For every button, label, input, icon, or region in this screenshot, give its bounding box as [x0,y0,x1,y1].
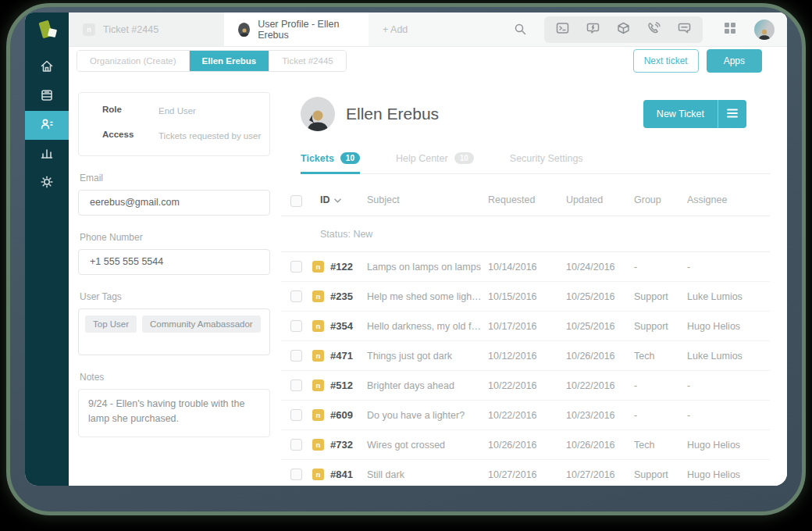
row-checkbox[interactable] [290,320,302,332]
column-id[interactable]: ID [312,194,367,205]
ticket-subject[interactable]: Help me shed some light... [367,291,488,302]
ticket-id[interactable]: #354 [330,320,353,332]
ticket-id[interactable]: #609 [330,409,353,421]
new-ticket-split-button: New Ticket [643,100,746,128]
tab-tickets[interactable]: Tickets 10 [301,152,360,173]
table-row[interactable]: n #732 Wires got crossed 10/26/2016 10/2… [281,430,770,460]
row-checkbox[interactable] [290,261,302,273]
apps-button[interactable]: Apps [707,49,762,73]
tab-help-center[interactable]: Help Center 10 [396,152,474,173]
ticket-id[interactable]: #235 [330,290,353,302]
table-header: ID Subject Requested Updated Group Assig… [281,174,770,216]
ticket-requested: 10/17/2016 [488,321,566,332]
breadcrumb-ticket-2445[interactable]: Ticket #2445 [269,51,345,71]
row-checkbox[interactable] [290,439,302,451]
ticket-subject[interactable]: Wires got crossed [367,440,488,451]
ticket-subject[interactable]: Do you have a lighter? [367,410,488,421]
package-icon[interactable] [617,22,630,37]
profile-tabs: Tickets 10 Help Center 10 Security Setti… [301,152,770,174]
chat-icon[interactable] [678,22,691,37]
add-tab-button[interactable]: + Add [383,24,408,35]
tag-chip[interactable]: Community Amabassador [142,315,261,333]
select-all-checkbox[interactable] [290,195,302,207]
ticket-id[interactable]: #841 [330,469,353,480]
tab-label: Security Settings [510,153,583,164]
tab-user-profile[interactable]: User Profile - Ellen Erebus [224,12,369,46]
breadcrumb-ellen-erebus[interactable]: Ellen Erebus [190,51,270,71]
ticket-updated: 10/25/2016 [566,291,634,302]
table-row[interactable]: n #471 Things just got dark 10/12/2016 1… [281,341,770,371]
sidebar-item-settings[interactable] [25,169,69,198]
column-subject[interactable]: Subject [367,194,488,205]
tab-security-settings[interactable]: Security Settings [510,152,583,173]
people-icon [40,117,55,134]
ticket-requested: 10/22/2016 [488,410,566,421]
channel-toolbar [544,16,703,43]
table-row[interactable]: n #235 Help me shed some light... 10/15/… [281,282,770,312]
email-field[interactable]: eerebus@gmail.com [78,190,270,216]
row-checkbox[interactable] [290,469,302,480]
row-checkbox[interactable] [290,409,302,421]
column-label: ID [320,194,330,205]
row-checkbox[interactable] [290,380,302,391]
ticket-updated: 10/23/2016 [566,410,634,421]
next-ticket-button[interactable]: Next ticket [633,49,699,73]
bolt-bubble-icon[interactable] [586,22,600,37]
phone-icon[interactable] [647,22,661,37]
ticket-id[interactable]: #122 [330,261,353,273]
ticket-updated: 10/27/2016 [566,469,634,480]
device-frame: n Ticket #2445 User Profile - Ellen Ereb… [6,3,806,515]
search-icon[interactable] [514,23,527,36]
table-row[interactable]: n #122 Lamps on lamps on lamps 10/14/201… [281,252,770,282]
ticket-id[interactable]: #471 [330,350,353,362]
row-checkbox[interactable] [290,290,302,302]
ticket-assignee: Hugo Helios [687,321,770,332]
new-ticket-button[interactable]: New Ticket [643,100,718,128]
gear-icon [40,175,54,192]
apps-grid-icon[interactable] [723,21,737,38]
account-avatar[interactable] [754,20,775,40]
ticket-id[interactable]: #512 [330,380,353,391]
sidebar-item-home[interactable] [25,53,69,82]
table-row[interactable]: n #354 Hello darkness, my old friend 10/… [281,312,770,341]
ticket-group: Support [634,321,687,332]
ticket-subject[interactable]: Things just got dark [367,351,488,362]
column-requested[interactable]: Requested [488,194,566,205]
tag-chip[interactable]: Top User [85,315,137,333]
ticket-id[interactable]: #732 [330,439,353,451]
user-tags-field[interactable]: Top User Community Amabassador [78,308,270,355]
ticket-assignee: - [687,380,770,391]
ticket-subject[interactable]: Hello darkness, my old friend [367,321,488,332]
sidebar-item-customers[interactable] [25,111,69,140]
ticket-subject[interactable]: Lamps on lamps on lamps [367,262,488,273]
ticket-subject[interactable]: Still dark [367,469,488,480]
console-icon[interactable] [556,22,569,37]
tab-ticket-2445[interactable]: n Ticket #2445 [69,12,224,46]
phone-field[interactable]: +1 555 555 5544 [78,249,270,275]
ticket-assignee: - [687,410,770,421]
status-new-badge: n [312,290,324,302]
column-group[interactable]: Group [634,194,687,205]
ticket-group: Tech [634,440,687,451]
ticket-menu-button[interactable] [718,100,746,128]
notes-field[interactable]: 9/24 - Ellen's having trouble with the l… [78,389,270,437]
ticket-group: Tech [634,351,687,362]
column-updated[interactable]: Updated [566,194,634,205]
views-icon [40,88,54,105]
app-logo[interactable] [25,12,69,47]
tab-label: Help Center [396,153,448,164]
tickets-table: ID Subject Requested Updated Group Assig… [281,174,770,486]
breadcrumb-organization[interactable]: Organization (Create) [77,51,190,71]
sidebar-item-views[interactable] [25,82,69,111]
table-row[interactable]: n #609 Do you have a lighter? 10/22/2016… [281,401,770,430]
bar-chart-icon [40,146,54,163]
ticket-updated: 10/24/2016 [566,262,634,273]
ticket-subject[interactable]: Brighter days ahead [367,380,488,391]
column-assignee[interactable]: Assignee [687,194,770,205]
sidebar-item-reports[interactable] [25,140,69,169]
tab-label: Tickets [301,153,334,164]
role-value: End User [158,105,196,119]
table-row[interactable]: n #841 Still dark 10/27/2016 10/27/2016 … [281,460,770,486]
table-row[interactable]: n #512 Brighter days ahead 10/22/2016 10… [281,371,770,401]
row-checkbox[interactable] [290,350,302,362]
